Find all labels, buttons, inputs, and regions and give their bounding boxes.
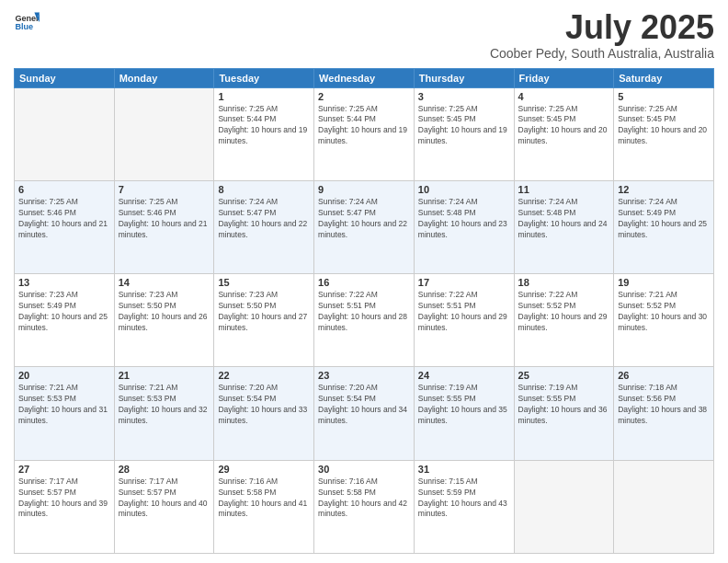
logo-icon: General Blue bbox=[14, 9, 40, 35]
day-info: Sunrise: 7:25 AM Sunset: 5:45 PM Dayligh… bbox=[518, 104, 610, 148]
calendar-header-sunday: Sunday bbox=[15, 68, 115, 87]
day-info: Sunrise: 7:25 AM Sunset: 5:45 PM Dayligh… bbox=[618, 104, 710, 148]
day-number: 29 bbox=[218, 464, 310, 475]
day-number: 20 bbox=[18, 370, 110, 381]
calendar-day: 29Sunrise: 7:16 AM Sunset: 5:58 PM Dayli… bbox=[214, 460, 314, 553]
day-number: 24 bbox=[418, 370, 510, 381]
day-number: 1 bbox=[218, 91, 310, 102]
calendar-week-2: 6Sunrise: 7:25 AM Sunset: 5:46 PM Daylig… bbox=[15, 180, 714, 273]
calendar-day: 6Sunrise: 7:25 AM Sunset: 5:46 PM Daylig… bbox=[15, 180, 115, 273]
calendar-header-thursday: Thursday bbox=[414, 68, 514, 87]
calendar-day: 10Sunrise: 7:24 AM Sunset: 5:48 PM Dayli… bbox=[414, 180, 514, 273]
calendar-header-friday: Friday bbox=[514, 68, 614, 87]
day-info: Sunrise: 7:22 AM Sunset: 5:51 PM Dayligh… bbox=[318, 290, 410, 334]
logo: General Blue bbox=[14, 9, 40, 35]
calendar-header-saturday: Saturday bbox=[614, 68, 714, 87]
day-number: 10 bbox=[418, 184, 510, 195]
calendar-table: SundayMondayTuesdayWednesdayThursdayFrid… bbox=[14, 68, 714, 554]
day-number: 16 bbox=[318, 277, 410, 288]
day-number: 8 bbox=[218, 184, 310, 195]
day-number: 30 bbox=[318, 464, 410, 475]
calendar-day: 21Sunrise: 7:21 AM Sunset: 5:53 PM Dayli… bbox=[114, 367, 214, 460]
day-info: Sunrise: 7:25 AM Sunset: 5:44 PM Dayligh… bbox=[218, 104, 310, 148]
day-number: 6 bbox=[18, 184, 110, 195]
header: General Blue July 2025 Coober Pedy, Sout… bbox=[14, 9, 714, 61]
calendar-header-wednesday: Wednesday bbox=[314, 68, 415, 87]
calendar-day: 20Sunrise: 7:21 AM Sunset: 5:53 PM Dayli… bbox=[15, 367, 115, 460]
calendar-day bbox=[514, 460, 614, 553]
calendar-header-tuesday: Tuesday bbox=[214, 68, 314, 87]
day-info: Sunrise: 7:21 AM Sunset: 5:53 PM Dayligh… bbox=[119, 383, 210, 427]
calendar-day bbox=[114, 87, 214, 180]
day-number: 26 bbox=[618, 370, 710, 381]
day-info: Sunrise: 7:18 AM Sunset: 5:56 PM Dayligh… bbox=[618, 383, 710, 427]
sub-title: Coober Pedy, South Australia, Australia bbox=[490, 46, 714, 61]
calendar-day: 13Sunrise: 7:23 AM Sunset: 5:49 PM Dayli… bbox=[15, 274, 115, 367]
day-number: 15 bbox=[218, 277, 310, 288]
calendar-day: 26Sunrise: 7:18 AM Sunset: 5:56 PM Dayli… bbox=[614, 367, 714, 460]
day-info: Sunrise: 7:24 AM Sunset: 5:49 PM Dayligh… bbox=[618, 197, 710, 241]
day-number: 21 bbox=[119, 370, 210, 381]
day-info: Sunrise: 7:24 AM Sunset: 5:47 PM Dayligh… bbox=[318, 197, 410, 241]
calendar-day: 15Sunrise: 7:23 AM Sunset: 5:50 PM Dayli… bbox=[214, 274, 314, 367]
day-info: Sunrise: 7:25 AM Sunset: 5:45 PM Dayligh… bbox=[418, 104, 510, 148]
day-info: Sunrise: 7:16 AM Sunset: 5:58 PM Dayligh… bbox=[318, 477, 410, 521]
day-number: 18 bbox=[518, 277, 610, 288]
calendar-week-5: 27Sunrise: 7:17 AM Sunset: 5:57 PM Dayli… bbox=[15, 460, 714, 553]
day-info: Sunrise: 7:20 AM Sunset: 5:54 PM Dayligh… bbox=[318, 383, 410, 427]
day-number: 4 bbox=[518, 91, 610, 102]
calendar-day: 5Sunrise: 7:25 AM Sunset: 5:45 PM Daylig… bbox=[614, 87, 714, 180]
title-block: July 2025 Coober Pedy, South Australia, … bbox=[490, 9, 714, 61]
main-title: July 2025 bbox=[490, 9, 714, 46]
day-info: Sunrise: 7:15 AM Sunset: 5:59 PM Dayligh… bbox=[418, 477, 510, 521]
calendar-day: 31Sunrise: 7:15 AM Sunset: 5:59 PM Dayli… bbox=[414, 460, 514, 553]
day-info: Sunrise: 7:25 AM Sunset: 5:46 PM Dayligh… bbox=[119, 197, 210, 241]
calendar-day: 12Sunrise: 7:24 AM Sunset: 5:49 PM Dayli… bbox=[614, 180, 714, 273]
day-info: Sunrise: 7:17 AM Sunset: 5:57 PM Dayligh… bbox=[18, 477, 110, 521]
day-number: 17 bbox=[418, 277, 510, 288]
page: General Blue July 2025 Coober Pedy, Sout… bbox=[0, 0, 728, 563]
calendar-day: 14Sunrise: 7:23 AM Sunset: 5:50 PM Dayli… bbox=[114, 274, 214, 367]
day-info: Sunrise: 7:25 AM Sunset: 5:44 PM Dayligh… bbox=[318, 104, 410, 148]
day-number: 27 bbox=[18, 464, 110, 475]
calendar-day: 30Sunrise: 7:16 AM Sunset: 5:58 PM Dayli… bbox=[314, 460, 415, 553]
calendar-day: 7Sunrise: 7:25 AM Sunset: 5:46 PM Daylig… bbox=[114, 180, 214, 273]
svg-text:Blue: Blue bbox=[15, 22, 33, 31]
day-number: 9 bbox=[318, 184, 410, 195]
calendar-day: 23Sunrise: 7:20 AM Sunset: 5:54 PM Dayli… bbox=[314, 367, 415, 460]
calendar-day bbox=[15, 87, 115, 180]
calendar-week-3: 13Sunrise: 7:23 AM Sunset: 5:49 PM Dayli… bbox=[15, 274, 714, 367]
day-number: 11 bbox=[518, 184, 610, 195]
day-number: 14 bbox=[119, 277, 210, 288]
calendar-header-row: SundayMondayTuesdayWednesdayThursdayFrid… bbox=[15, 68, 714, 87]
calendar-day: 1Sunrise: 7:25 AM Sunset: 5:44 PM Daylig… bbox=[214, 87, 314, 180]
day-info: Sunrise: 7:19 AM Sunset: 5:55 PM Dayligh… bbox=[518, 383, 610, 427]
day-info: Sunrise: 7:20 AM Sunset: 5:54 PM Dayligh… bbox=[218, 383, 310, 427]
calendar-day: 28Sunrise: 7:17 AM Sunset: 5:57 PM Dayli… bbox=[114, 460, 214, 553]
day-info: Sunrise: 7:24 AM Sunset: 5:47 PM Dayligh… bbox=[218, 197, 310, 241]
calendar-day: 8Sunrise: 7:24 AM Sunset: 5:47 PM Daylig… bbox=[214, 180, 314, 273]
day-number: 12 bbox=[618, 184, 710, 195]
day-number: 5 bbox=[618, 91, 710, 102]
day-info: Sunrise: 7:24 AM Sunset: 5:48 PM Dayligh… bbox=[418, 197, 510, 241]
day-number: 3 bbox=[418, 91, 510, 102]
calendar-header-monday: Monday bbox=[114, 68, 214, 87]
calendar-day: 9Sunrise: 7:24 AM Sunset: 5:47 PM Daylig… bbox=[314, 180, 415, 273]
calendar-day: 18Sunrise: 7:22 AM Sunset: 5:52 PM Dayli… bbox=[514, 274, 614, 367]
day-number: 25 bbox=[518, 370, 610, 381]
calendar-day: 24Sunrise: 7:19 AM Sunset: 5:55 PM Dayli… bbox=[414, 367, 514, 460]
day-info: Sunrise: 7:24 AM Sunset: 5:48 PM Dayligh… bbox=[518, 197, 610, 241]
day-info: Sunrise: 7:16 AM Sunset: 5:58 PM Dayligh… bbox=[218, 477, 310, 521]
calendar-week-1: 1Sunrise: 7:25 AM Sunset: 5:44 PM Daylig… bbox=[15, 87, 714, 180]
day-info: Sunrise: 7:23 AM Sunset: 5:50 PM Dayligh… bbox=[218, 290, 310, 334]
calendar-day: 22Sunrise: 7:20 AM Sunset: 5:54 PM Dayli… bbox=[214, 367, 314, 460]
day-number: 22 bbox=[218, 370, 310, 381]
day-number: 2 bbox=[318, 91, 410, 102]
calendar-week-4: 20Sunrise: 7:21 AM Sunset: 5:53 PM Dayli… bbox=[15, 367, 714, 460]
calendar-day: 27Sunrise: 7:17 AM Sunset: 5:57 PM Dayli… bbox=[15, 460, 115, 553]
day-info: Sunrise: 7:22 AM Sunset: 5:51 PM Dayligh… bbox=[418, 290, 510, 334]
day-info: Sunrise: 7:21 AM Sunset: 5:53 PM Dayligh… bbox=[18, 383, 110, 427]
calendar-day: 11Sunrise: 7:24 AM Sunset: 5:48 PM Dayli… bbox=[514, 180, 614, 273]
calendar-day: 3Sunrise: 7:25 AM Sunset: 5:45 PM Daylig… bbox=[414, 87, 514, 180]
day-info: Sunrise: 7:22 AM Sunset: 5:52 PM Dayligh… bbox=[518, 290, 610, 334]
